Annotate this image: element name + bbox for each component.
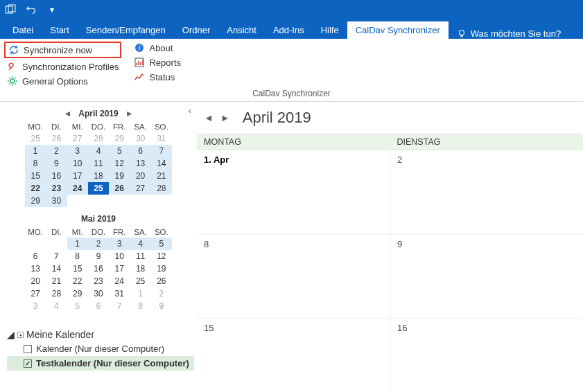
mini-day-cell[interactable]: 26	[109, 182, 130, 195]
mini-day-cell[interactable]: 3	[67, 145, 88, 157]
mini-day-cell[interactable]: 2	[151, 287, 172, 300]
mini-day-cell[interactable]: 8	[25, 157, 46, 170]
mini-day-cell[interactable]: 31	[109, 287, 130, 300]
mini-day-cell[interactable]: 16	[46, 170, 67, 182]
mini-day-cell[interactable]: 2	[46, 145, 67, 157]
mini-day-cell[interactable]: 6	[130, 145, 150, 157]
mini-day-cell[interactable]: 6	[25, 250, 46, 262]
synchronization-profiles-button[interactable]: Synchronization Profiles	[4, 60, 121, 73]
mini-day-cell[interactable]: 7	[109, 300, 130, 312]
tab-start[interactable]: Start	[42, 21, 77, 39]
mini-day-cell[interactable]: 30	[130, 132, 150, 145]
checkbox[interactable]: ✓	[24, 359, 32, 368]
mini-day-cell[interactable]: 27	[25, 287, 46, 300]
tab-ansicht[interactable]: Ansicht	[218, 21, 265, 39]
group-checkbox[interactable]: ▪	[17, 332, 24, 338]
mini-day-cell[interactable]: 18	[88, 170, 109, 182]
mini-day-cell[interactable]: 9	[151, 300, 172, 312]
mini-day-cell[interactable]: 7	[151, 145, 172, 157]
calendar-group-header[interactable]: ◢ ▪ Meine Kalender	[7, 328, 194, 341]
tab-senden-empfangen[interactable]: Senden/Empfangen	[78, 21, 174, 39]
mini-day-cell[interactable]: 24	[67, 182, 88, 195]
mini-day-cell[interactable]: 13	[25, 262, 46, 275]
mini-day-cell[interactable]: 28	[151, 182, 172, 195]
mini-day-cell[interactable]: 4	[46, 300, 67, 312]
calendar-folder-item[interactable]: Kalender (Nur dieser Computer)	[7, 341, 194, 356]
mini-day-cell[interactable]: 19	[109, 170, 130, 182]
quick-access-dropdown[interactable]: ▾	[44, 2, 60, 17]
collapse-nav-icon[interactable]: ‹	[189, 106, 191, 116]
mini-day-cell[interactable]: 10	[67, 157, 88, 170]
tab-addins[interactable]: Add-Ins	[265, 21, 313, 39]
day-cell[interactable]: 16	[390, 319, 583, 392]
mini-day-cell[interactable]: 17	[67, 170, 88, 182]
mini-cal-prev-icon[interactable]: ◄	[60, 109, 74, 118]
mini-day-cell[interactable]: 25	[25, 132, 46, 145]
mini-day-cell[interactable]: 9	[46, 157, 67, 170]
mini-day-cell[interactable]: 15	[25, 170, 46, 182]
mini-day-cell[interactable]: 13	[130, 157, 150, 170]
mini-day-cell[interactable]: 26	[46, 132, 67, 145]
mini-day-cell[interactable]: 22	[25, 182, 46, 195]
mini-day-cell[interactable]: 2	[88, 238, 109, 250]
mini-day-cell[interactable]: 11	[88, 157, 109, 170]
mini-day-cell[interactable]: 30	[46, 195, 67, 207]
mini-day-cell[interactable]: 21	[46, 275, 67, 287]
mini-day-cell[interactable]: 30	[88, 287, 109, 300]
mini-day-cell[interactable]: 4	[88, 145, 109, 157]
mini-day-cell[interactable]: 16	[88, 262, 109, 275]
mini-day-cell[interactable]: 1	[130, 287, 150, 300]
tab-caldav-synchronizer[interactable]: CalDav Synchronizer	[347, 21, 449, 39]
mini-day-cell[interactable]: 22	[67, 275, 88, 287]
mini-day-cell[interactable]: 5	[151, 238, 172, 250]
mini-day-cell[interactable]: 23	[46, 182, 67, 195]
synchronize-now-button[interactable]: Synchronize now	[4, 42, 121, 58]
mini-day-cell[interactable]: 20	[130, 170, 150, 182]
tab-hilfe[interactable]: Hilfe	[313, 21, 347, 39]
mini-day-cell[interactable]: 8	[67, 250, 88, 262]
calendar-next-icon[interactable]: ►	[220, 112, 230, 123]
mini-day-cell[interactable]: 5	[109, 145, 130, 157]
mini-day-cell[interactable]: 3	[109, 238, 130, 250]
day-cell[interactable]: 1. Apr	[197, 150, 390, 234]
mini-day-cell[interactable]: 25	[88, 182, 109, 195]
day-cell[interactable]: 15	[197, 319, 390, 392]
mini-day-cell[interactable]: 20	[25, 275, 46, 287]
day-cell[interactable]: 9	[390, 235, 583, 319]
tell-me-search[interactable]: Was möchten Sie tun?	[449, 28, 569, 39]
mini-day-cell[interactable]: 3	[25, 300, 46, 312]
mini-day-cell[interactable]: 8	[130, 300, 150, 312]
mini-day-cell[interactable]: 29	[109, 132, 130, 145]
mini-day-cell[interactable]: 11	[130, 250, 150, 262]
mini-day-cell[interactable]: 28	[88, 132, 109, 145]
reports-button[interactable]: Reports	[131, 56, 184, 69]
status-button[interactable]: Status	[131, 71, 184, 83]
mini-cal-next-icon[interactable]: ►	[123, 109, 137, 118]
mini-day-cell[interactable]: 12	[151, 250, 172, 262]
mini-day-cell[interactable]: 4	[130, 238, 150, 250]
tab-datei[interactable]: Datei	[4, 21, 42, 39]
mini-day-cell[interactable]: 15	[67, 262, 88, 275]
mini-day-cell[interactable]: 28	[46, 287, 67, 300]
undo-icon[interactable]	[24, 2, 39, 17]
tab-ordner[interactable]: Ordner	[174, 21, 218, 39]
mini-day-cell[interactable]: 5	[67, 300, 88, 312]
day-cell[interactable]: 8	[197, 235, 390, 319]
mini-day-cell[interactable]: 7	[46, 250, 67, 262]
mini-day-cell[interactable]: 21	[151, 170, 172, 182]
mini-day-cell[interactable]: 27	[130, 182, 150, 195]
mini-day-cell[interactable]: 24	[109, 275, 130, 287]
mini-day-cell[interactable]: 23	[88, 275, 109, 287]
calendar-prev-icon[interactable]: ◄	[204, 112, 214, 123]
mini-day-cell[interactable]: 6	[88, 300, 109, 312]
mini-day-cell[interactable]: 17	[109, 262, 130, 275]
mini-day-cell[interactable]: 27	[67, 132, 88, 145]
mini-day-cell[interactable]: 18	[130, 262, 150, 275]
mini-day-cell[interactable]: 29	[25, 195, 46, 207]
day-cell[interactable]: 2	[390, 150, 583, 234]
mini-day-cell[interactable]: 25	[130, 275, 150, 287]
mini-day-cell[interactable]: 19	[151, 262, 172, 275]
about-button[interactable]: i About	[131, 42, 184, 54]
mini-day-cell[interactable]: 29	[67, 287, 88, 300]
calendar-folder-item[interactable]: ✓Testkalender (Nur dieser Computer)	[7, 356, 194, 371]
